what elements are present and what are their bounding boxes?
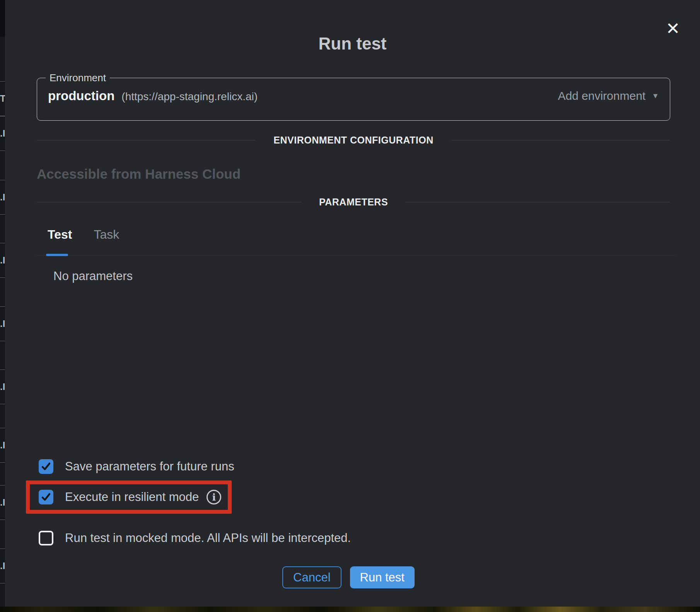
tab-test[interactable]: Test <box>48 227 72 242</box>
environment-field[interactable]: Environment production (https://app-stag… <box>37 72 670 121</box>
parameters-heading: PARAMETERS <box>319 197 388 208</box>
tab-task[interactable]: Task <box>94 227 119 242</box>
active-tab-underline <box>46 254 68 256</box>
resilient-mode-checkbox[interactable] <box>39 490 53 504</box>
background-text-fragment: .I( <box>0 549 5 583</box>
background-page-sliver: T.I(.I(.I(.I(.I(.I(.I(.I( <box>0 0 5 607</box>
background-text-fragment: .I( <box>0 180 5 215</box>
mocked-mode-row: Run test in mocked mode. All APIs will b… <box>39 531 351 545</box>
add-environment-label: Add environment <box>558 89 645 103</box>
save-parameters-checkbox[interactable] <box>39 459 53 474</box>
environment-legend: Environment <box>46 72 110 84</box>
background-text-fragment: .I( <box>0 485 5 520</box>
environment-url: (https://app-staging.relicx.ai) <box>121 91 258 103</box>
environment-name: production <box>48 89 114 103</box>
mocked-mode-checkbox[interactable] <box>39 531 53 545</box>
save-parameters-label: Save parameters for future runs <box>65 459 234 474</box>
cancel-button[interactable]: Cancel <box>282 566 341 588</box>
divider-line <box>451 140 670 140</box>
background-text-fragment: .I( <box>0 116 5 151</box>
background-text-fragment: T <box>0 81 5 116</box>
run-test-button[interactable]: Run test <box>350 566 415 588</box>
add-environment-dropdown[interactable]: Add environment ▼ <box>558 89 659 103</box>
background-photo-sliver <box>0 607 700 612</box>
resilient-mode-label: Execute in resilient mode <box>65 490 199 504</box>
divider-line <box>37 140 256 140</box>
background-text-fragment: .I( <box>0 306 5 341</box>
tabs-divider-line <box>37 255 675 255</box>
mocked-mode-label: Run test in mocked mode. All APIs will b… <box>65 531 351 545</box>
environment-configuration-divider: ENVIRONMENT CONFIGURATION <box>37 135 670 145</box>
divider-line <box>37 202 301 202</box>
resilient-mode-row: Execute in resilient mode i <box>39 490 221 504</box>
harness-cloud-note: Accessible from Harness Cloud <box>37 166 241 182</box>
chevron-down-icon: ▼ <box>652 92 659 100</box>
background-text-fragment: .I( <box>0 243 5 278</box>
background-text-fragment: .I( <box>0 428 5 463</box>
modal-footer: Cancel Run test <box>10 566 687 588</box>
environment-configuration-heading: ENVIRONMENT CONFIGURATION <box>273 135 433 146</box>
tabs-divider <box>37 253 675 256</box>
parameters-tabs: Test Task <box>48 227 119 242</box>
environment-value: production (https://app-staging.relicx.a… <box>48 89 258 103</box>
save-parameters-row: Save parameters for future runs <box>39 459 234 474</box>
modal-title: Run test <box>5 34 700 53</box>
run-test-modal: ✕ Run test Environment production (https… <box>5 0 700 607</box>
info-icon[interactable]: i <box>207 490 221 504</box>
no-parameters-text: No parameters <box>53 269 133 283</box>
app-screen: T.I(.I(.I(.I(.I(.I(.I(.I( ✕ Run test Env… <box>0 0 700 612</box>
divider-line <box>406 202 670 202</box>
background-page-header-sliver <box>0 0 5 37</box>
parameters-divider: PARAMETERS <box>37 197 670 207</box>
background-text-fragment: .I( <box>0 369 5 404</box>
